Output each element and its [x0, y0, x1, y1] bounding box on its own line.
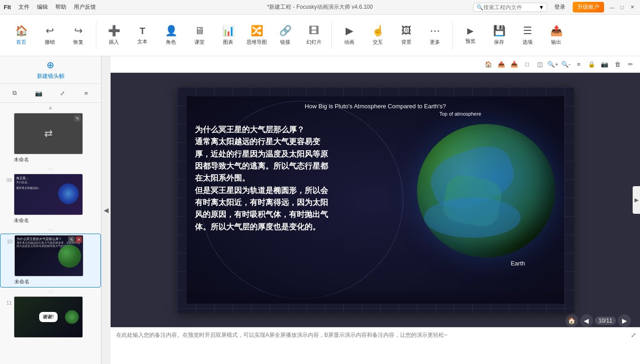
canvas-export-btn[interactable]: 📤 — [495, 59, 507, 70]
toolbar-undo-label: 撤销 — [45, 39, 55, 46]
toolbar-text[interactable]: T 文本 — [129, 18, 156, 53]
canvas-frame-btn[interactable]: □ — [521, 59, 533, 70]
bg-icon: 🖼 — [401, 25, 411, 37]
canvas-screenshot-btn[interactable]: 📷 — [599, 59, 611, 70]
land-patch — [441, 173, 504, 229]
toolbar-slide[interactable]: 🎞 幻灯片 — [300, 18, 328, 53]
earth-image — [417, 124, 555, 258]
menu-file[interactable]: 文件 — [18, 3, 29, 11]
toolbar-link[interactable]: 🔗 链接 — [271, 18, 299, 53]
menu-edit[interactable]: 编辑 — [37, 3, 48, 11]
toolbar-mindmap[interactable]: 🔀 思维导图 — [243, 18, 270, 53]
interact-icon: ☝ — [372, 25, 384, 37]
canvas-nav-home[interactable]: 🏠 — [565, 314, 578, 327]
slide-10-delete-icon[interactable]: ✕ — [76, 236, 82, 243]
undo-icon: ↩ — [46, 25, 54, 37]
new-frame-button[interactable]: ⊕ 新建镜头帧 — [0, 56, 101, 84]
toolbar-redo[interactable]: ↪ 恢复 — [65, 18, 92, 53]
canvas-lock-btn[interactable]: 🔒 — [586, 59, 598, 70]
toolbar-sep-3 — [452, 22, 453, 49]
toolbar-chart-label: 图表 — [223, 39, 233, 46]
toolbar-redo-label: 恢复 — [73, 39, 83, 46]
slide-item-10[interactable]: 10 ✎ ✕ 为什么冥王星的大气层那么厚？ 通常离太阳越远的行星大气更容易变厚，… — [0, 234, 101, 288]
slide-num-09: 09 — [4, 174, 12, 183]
maximize-button[interactable]: □ — [618, 3, 626, 12]
search-box[interactable]: 🔍 ▼ — [473, 3, 547, 12]
animate-icon: ▶ — [346, 25, 353, 37]
slide-thumb-10[interactable]: ✎ ✕ 为什么冥王星的大气层那么厚？ 通常离太阳越远的行星大气更容易变厚，近处的… — [14, 235, 83, 276]
login-button[interactable]: 登录 — [551, 2, 569, 12]
divider-3: ↑↓ — [0, 288, 101, 295]
options-icon: ☰ — [523, 25, 532, 37]
menu-help[interactable]: 帮助 — [55, 3, 66, 11]
toolbar-animate[interactable]: ▶ 动画 — [335, 18, 363, 53]
canvas-delete-btn[interactable]: 🗑 — [611, 59, 623, 70]
notes-textarea[interactable] — [111, 328, 640, 348]
slide-canvas: How Big is Pluto's Atmosphere Compared t… — [177, 87, 574, 313]
menu-feedback[interactable]: 用户反馈 — [74, 3, 96, 11]
slide-thumb-11[interactable]: 谢谢! — [14, 296, 83, 338]
slide-edit-icon[interactable]: ✎ — [74, 115, 81, 122]
canvas-nav-prev[interactable]: ◀ — [580, 314, 593, 327]
canvas-top-toolbar: 🏠 📤 📥 □ ◫ 🔍+ 🔍- ≡ 🔒 📷 🗑 ✏ — [111, 56, 640, 73]
slide-thumb-09[interactable]: 海王星... 手行轨道... 通常离太阳越远的... — [14, 174, 83, 215]
canvas-viewport: 10 How Big is Pluto's Atmosphere Compare… — [111, 73, 640, 327]
upgrade-button[interactable]: 升级账户 — [573, 2, 604, 12]
toolbar-bg-label: 背景 — [401, 39, 411, 46]
scroll-up-button[interactable]: ▲ — [0, 103, 101, 112]
toolbar-slide-label: 幻灯片 — [306, 39, 322, 46]
screenshot-button[interactable]: 📷 — [31, 87, 46, 100]
canvas-nav-counter: 10/11 — [595, 317, 616, 325]
toolbar-chart[interactable]: 📊 图表 — [214, 18, 242, 53]
toolbar-text-label: 文本 — [137, 38, 147, 45]
slide-thumb-unnamed[interactable]: ⇄ ✎ — [14, 113, 83, 154]
toolbar-insert-group: ➕ 插入 T 文本 👤 角色 🖥 课堂 📊 图表 🔀 思维导图 🔗 链接 🎞 — [100, 18, 328, 53]
toolbar-export-label: 输出 — [551, 39, 561, 46]
canvas-list-btn[interactable]: ≡ — [573, 59, 585, 70]
toolbar-undo[interactable]: ↩ 撤销 — [36, 18, 64, 53]
canvas-nav-next[interactable]: ▶ — [618, 314, 631, 327]
canvas-edit-btn[interactable]: ✏ — [624, 59, 636, 70]
search-dropdown-icon[interactable]: ▼ — [539, 4, 544, 11]
minimize-button[interactable]: — — [608, 3, 616, 12]
slide-icon: 🎞 — [309, 25, 319, 37]
close-button[interactable]: ✕ — [628, 3, 636, 12]
canvas-zoomout-btn[interactable]: 🔍- — [560, 59, 572, 70]
fade-overlay — [187, 290, 564, 304]
scroll-up-icon: ▲ — [48, 104, 53, 111]
search-input[interactable] — [483, 4, 539, 11]
toolbar-role[interactable]: 👤 角色 — [157, 18, 185, 53]
toolbar-save[interactable]: 💾 保存 — [485, 18, 513, 53]
toolbar-home[interactable]: 🏠 首页 — [7, 18, 35, 53]
toolbar-options[interactable]: ☰ 选项 — [514, 18, 541, 53]
slide-item-09[interactable]: 09 海王星... 手行轨道... 通常离太阳越远的... 未命名 — [0, 173, 101, 226]
toolbar-interact[interactable]: ☝ 交互 — [364, 18, 392, 53]
sort-button[interactable]: ≡ — [79, 87, 94, 100]
notes-expand-button[interactable]: ⤢ — [631, 331, 636, 339]
toolbar-class[interactable]: 🖥 课堂 — [186, 18, 213, 53]
toolbar-media-group: ▶ 动画 ☝ 交互 🖼 背景 ⋯ 更多 — [335, 18, 449, 53]
ocean-patch — [424, 138, 520, 217]
fit-button[interactable]: ⤢ — [55, 87, 70, 100]
toolbar-bg[interactable]: 🖼 背景 — [393, 18, 420, 53]
right-panel-collapse[interactable]: ▶ — [633, 186, 640, 214]
toolbar-more[interactable]: ⋯ 更多 — [421, 18, 449, 53]
copy-frame-button[interactable]: ⧉ — [7, 87, 22, 100]
toolbar-insert-label: 插入 — [109, 39, 119, 46]
slide-10-edit-icon[interactable]: ✎ — [68, 236, 75, 243]
toolbar-insert[interactable]: ➕ 插入 — [100, 18, 128, 53]
redo-icon: ↪ — [74, 25, 82, 37]
canvas-zoomin-btn[interactable]: 🔍+ — [547, 59, 559, 70]
toolbar-export[interactable]: 📤 输出 — [542, 18, 570, 53]
canvas-home-btn[interactable]: 🏠 — [482, 59, 494, 70]
window-controls: — □ ✕ — [608, 3, 636, 12]
collapse-icon: ◀ — [104, 206, 109, 214]
app-logo: FIt — [4, 4, 11, 11]
slide-item-unnamed-top[interactable]: ⇄ ✎ 未命名 — [0, 112, 101, 165]
canvas-frame2-btn[interactable]: ◫ — [534, 59, 546, 70]
toolbar-preview[interactable]: ▶ 预览 — [457, 18, 484, 53]
sidebar-collapse-button[interactable]: ◀ — [101, 56, 111, 364]
canvas-import-btn[interactable]: 📥 — [508, 59, 520, 70]
slide-item-11[interactable]: 11 谢谢! — [0, 295, 101, 341]
divider-1: ↑↓ — [0, 165, 101, 173]
